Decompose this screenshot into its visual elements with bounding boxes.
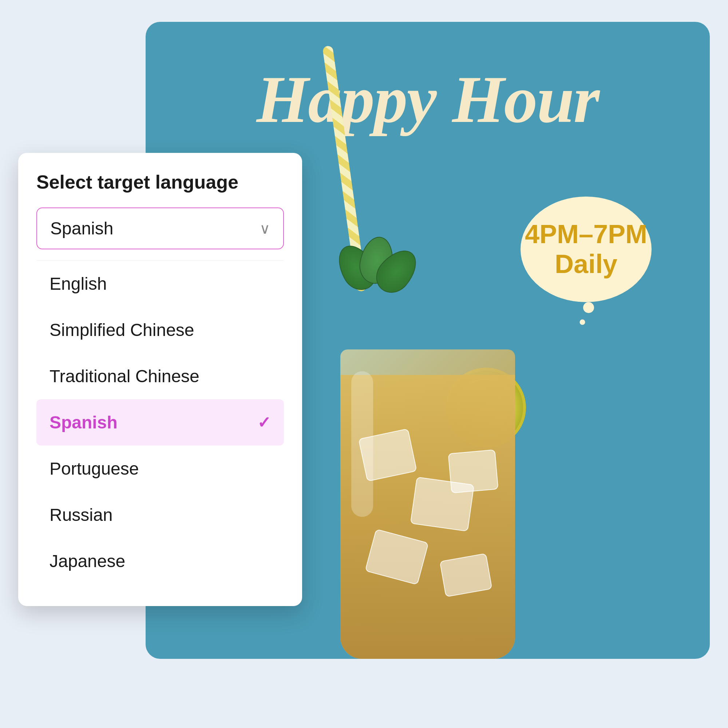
bubble-time: 4PM–7PM <box>525 220 647 249</box>
ice-cube-3 <box>448 450 498 494</box>
drink-glass <box>337 331 519 659</box>
dropdown-title: Select target language <box>37 171 284 193</box>
happy-hour-title: Happy Hour <box>256 66 599 133</box>
mint-decoration <box>340 237 413 302</box>
glass-body <box>340 349 515 659</box>
glass-highlight <box>351 371 373 517</box>
dropdown-panel: Select target language Spanish ∨ English… <box>18 153 302 606</box>
language-select[interactable]: Spanish ∨ <box>37 208 284 249</box>
option-label-russian: Russian <box>49 505 112 525</box>
chevron-down-icon: ∨ <box>260 220 270 237</box>
language-option-portuguese[interactable]: Portuguese <box>37 445 284 492</box>
option-label-traditional-chinese: Traditional Chinese <box>49 366 199 386</box>
selected-language-label: Spanish <box>50 219 113 239</box>
option-label-japanese: Japanese <box>49 551 125 571</box>
option-label-simplified-chinese: Simplified Chinese <box>49 320 194 340</box>
checkmark-icon: ✓ <box>257 413 271 432</box>
language-option-russian[interactable]: Russian <box>37 492 284 538</box>
language-option-japanese[interactable]: Japanese <box>37 538 284 584</box>
language-option-simplified-chinese[interactable]: Simplified Chinese <box>37 307 284 353</box>
language-option-english[interactable]: English <box>37 261 284 307</box>
page-container: Happy Hour 4PM–7PM Daily <box>18 22 710 706</box>
drink-area <box>282 258 573 659</box>
language-option-spanish[interactable]: Spanish ✓ <box>37 399 284 445</box>
option-label-english: English <box>49 274 107 294</box>
option-label-spanish: Spanish <box>49 412 118 433</box>
language-options-list: English Simplified Chinese Traditional C… <box>37 260 284 584</box>
language-option-traditional-chinese[interactable]: Traditional Chinese <box>37 353 284 399</box>
option-label-portuguese: Portuguese <box>49 459 139 479</box>
